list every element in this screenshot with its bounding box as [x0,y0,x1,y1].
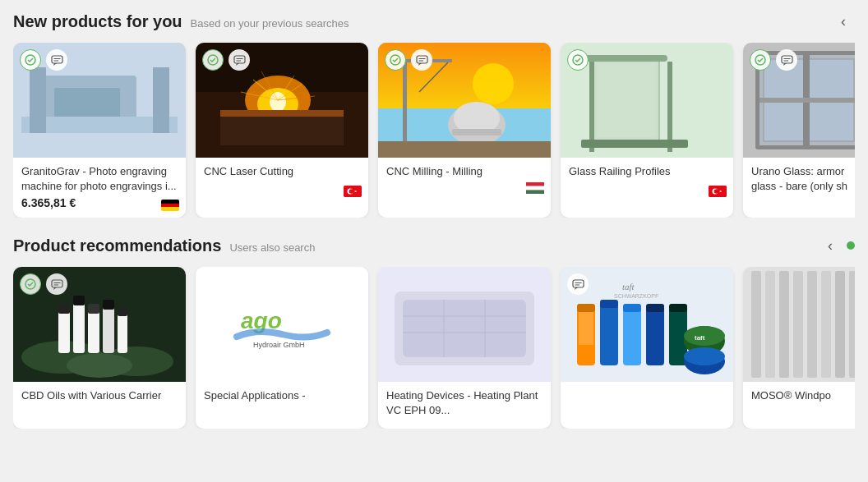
chat-icon-milling[interactable] [411,49,432,71]
svg-rect-54 [589,62,594,152]
svg-text:taft: taft [695,334,705,342]
verified-icon-milling [385,49,406,71]
card-body-moso: MOSO® Windpo [743,382,855,428]
product-card-glass[interactable]: Glass Railing Profiles [561,43,733,218]
svg-rect-77 [58,308,70,353]
card-body-ago: Special Applications - [196,382,368,428]
card-body-laser: CNC Laser Cutting [196,158,368,204]
section2-header: Product recommendations Users also searc… [13,234,855,257]
svg-point-60 [714,189,719,194]
svg-rect-68 [760,98,855,103]
svg-rect-70 [782,56,792,63]
card-flag-granitograv [161,200,179,211]
svg-rect-79 [73,300,85,353]
svg-rect-7 [52,56,62,63]
svg-text:SCHWARZKOPF: SCHWARZKOPF [614,293,658,299]
product-card-moso[interactable]: MOSO® Windpo [743,267,855,429]
svg-point-34 [473,63,514,104]
product-card-milling[interactable]: CNC Milling - Milling [378,43,551,218]
svg-rect-125 [779,271,789,378]
chat-icon-laser[interactable] [229,49,250,71]
svg-rect-24 [234,56,245,63]
card-image-milling [378,43,551,158]
svg-rect-129 [835,271,845,378]
svg-rect-88 [52,280,62,287]
svg-rect-109 [623,304,641,312]
card-body-taft [561,382,733,428]
product-card-urano[interactable]: Urano Glass: armor glass - bare (only sh [743,43,855,218]
card-body-cbd: CBD Oils with Various Carrier [13,382,186,428]
svg-rect-5 [153,67,169,133]
svg-rect-52 [598,63,655,137]
card-icons-milling [385,49,432,71]
svg-rect-110 [646,308,664,365]
svg-text:taft: taft [622,282,635,291]
svg-rect-78 [58,304,70,314]
product-card-granitograv[interactable]: GranitoGrav - Photo engraving machine fo… [13,43,186,218]
svg-rect-124 [765,271,775,378]
svg-point-76 [67,353,132,378]
card-image-cbd [13,267,186,382]
svg-rect-41 [378,141,551,158]
product-card-taft[interactable]: taft SCHWARZKOPF [561,267,733,429]
svg-rect-85 [118,312,127,353]
card-icons-cbd [20,273,67,295]
svg-rect-43 [417,56,427,63]
svg-rect-82 [88,304,99,314]
card-flag-glass [709,186,727,197]
svg-rect-128 [821,271,831,378]
chat-icon-taft[interactable] [567,273,589,295]
svg-rect-40 [452,129,501,135]
section2-title-group: Product recommendations Users also searc… [13,236,315,255]
card-image-heating [378,267,551,382]
card-image-taft: taft SCHWARZKOPF [561,267,733,382]
verified-icon-urano [750,49,771,71]
chat-icon-urano[interactable] [776,49,797,71]
card-title-glass: Glass Railing Profiles [569,164,725,192]
svg-rect-108 [623,308,641,365]
card-title-moso: MOSO® Windpo [751,388,855,416]
svg-rect-81 [88,308,99,353]
card-icons-urano [750,49,797,71]
svg-rect-119 [573,280,584,287]
section2-cards-row: CBD Oils with Various Carrier ago Hydroa… [13,267,855,429]
card-body-granitograv: GranitoGrav - Photo engraving machine fo… [13,158,186,218]
svg-rect-53 [585,55,667,62]
section2-indicator [847,241,855,250]
card-image-moso [743,267,855,382]
card-price-granitograv: 6.365,81 € [21,196,178,209]
svg-rect-106 [600,304,618,365]
svg-rect-55 [667,62,672,152]
section1-title-group: New products for you Based on your previ… [13,12,349,31]
svg-rect-104 [577,304,595,312]
card-flag-milling [526,182,544,197]
product-card-cbd[interactable]: CBD Oils with Various Carrier [13,267,186,429]
card-image-granitograv [13,43,186,158]
chat-icon-granitograv[interactable] [46,49,67,71]
section1-prev-button[interactable]: ‹ [832,10,855,33]
card-body-milling: CNC Milling - Milling [378,158,551,204]
svg-rect-84 [103,300,114,310]
card-icons-taft [567,273,589,295]
svg-point-29 [349,189,354,194]
card-title-urano: Urano Glass: armor glass - bare (only sh [751,164,855,193]
section2-prev-button[interactable]: ‹ [819,234,842,257]
verified-icon-granitograv [20,49,41,71]
verified-icon-laser [202,49,224,71]
product-card-heating[interactable]: Heating Devices - Heating Plant VC EPH 0… [378,267,551,429]
card-title-heating: Heating Devices - Heating Plant VC EPH 0… [386,388,542,417]
svg-rect-123 [751,271,761,378]
card-body-glass: Glass Railing Profiles [561,158,733,204]
svg-rect-16 [220,110,344,117]
svg-rect-80 [73,296,85,305]
card-body-urano: Urano Glass: armor glass - bare (only sh [743,158,855,204]
card-image-glass [561,43,733,158]
card-icons-laser [202,49,250,71]
svg-rect-49 [526,190,544,194]
chat-icon-cbd[interactable] [46,273,67,295]
card-title-granitograv: GranitoGrav - Photo engraving machine fo… [21,164,178,193]
svg-rect-130 [849,271,855,378]
svg-rect-113 [669,304,687,312]
product-card-laser[interactable]: CNC Laser Cutting [196,43,368,218]
product-card-ago[interactable]: ago Hydroair GmbH Special Applications - [196,267,368,429]
